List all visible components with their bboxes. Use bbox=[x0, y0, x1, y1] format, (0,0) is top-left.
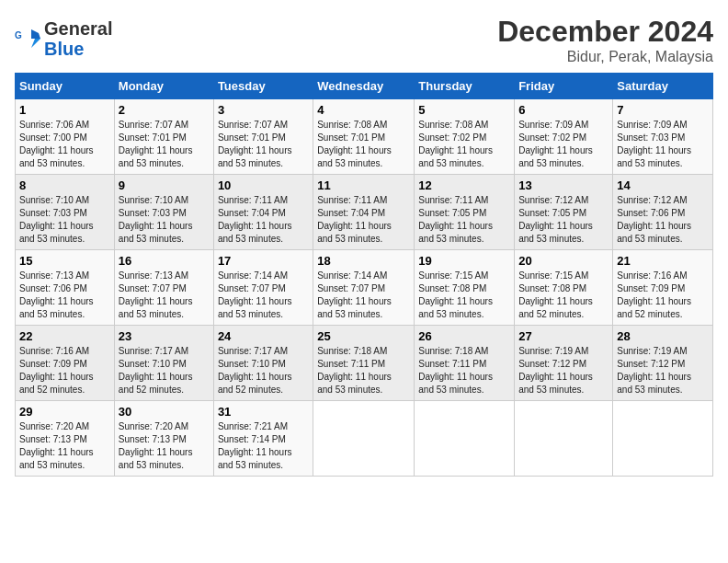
day-number: 23 bbox=[119, 329, 210, 343]
day-number: 1 bbox=[19, 103, 110, 117]
day-number: 13 bbox=[518, 178, 609, 192]
day-info: Sunrise: 7:06 AM Sunset: 7:00 PM Dayligh… bbox=[19, 119, 110, 170]
day-info: Sunrise: 7:15 AM Sunset: 7:08 PM Dayligh… bbox=[518, 270, 609, 321]
calendar-cell bbox=[313, 401, 415, 477]
day-number: 20 bbox=[518, 254, 609, 268]
calendar-cell: 2Sunrise: 7:07 AM Sunset: 7:01 PM Daylig… bbox=[114, 99, 213, 175]
calendar-week-row: 29Sunrise: 7:20 AM Sunset: 7:13 PM Dayli… bbox=[16, 401, 713, 477]
day-header-thursday: Thursday bbox=[415, 74, 515, 99]
day-header-wednesday: Wednesday bbox=[313, 74, 415, 99]
day-number: 15 bbox=[19, 254, 110, 268]
day-info: Sunrise: 7:10 AM Sunset: 7:03 PM Dayligh… bbox=[19, 194, 110, 246]
calendar-cell bbox=[415, 401, 515, 477]
day-info: Sunrise: 7:14 AM Sunset: 7:07 PM Dayligh… bbox=[218, 270, 309, 321]
day-number: 28 bbox=[617, 329, 709, 343]
calendar-cell bbox=[613, 401, 713, 477]
day-header-tuesday: Tuesday bbox=[213, 74, 313, 99]
day-number: 25 bbox=[317, 329, 410, 343]
day-info: Sunrise: 7:07 AM Sunset: 7:01 PM Dayligh… bbox=[218, 119, 309, 170]
day-info: Sunrise: 7:20 AM Sunset: 7:13 PM Dayligh… bbox=[19, 420, 110, 472]
logo-icon: G bbox=[15, 26, 40, 52]
day-info: Sunrise: 7:19 AM Sunset: 7:12 PM Dayligh… bbox=[518, 345, 609, 396]
day-number: 27 bbox=[518, 329, 609, 343]
day-number: 4 bbox=[317, 103, 410, 117]
day-number: 3 bbox=[218, 103, 309, 117]
calendar-cell: 5Sunrise: 7:08 AM Sunset: 7:02 PM Daylig… bbox=[415, 99, 515, 175]
day-header-sunday: Sunday bbox=[16, 74, 115, 99]
calendar-cell: 12Sunrise: 7:11 AM Sunset: 7:05 PM Dayli… bbox=[415, 175, 515, 250]
day-info: Sunrise: 7:18 AM Sunset: 7:11 PM Dayligh… bbox=[418, 345, 510, 396]
calendar-week-row: 22Sunrise: 7:16 AM Sunset: 7:09 PM Dayli… bbox=[16, 326, 713, 401]
calendar-cell: 18Sunrise: 7:14 AM Sunset: 7:07 PM Dayli… bbox=[313, 250, 415, 326]
calendar-cell: 10Sunrise: 7:11 AM Sunset: 7:04 PM Dayli… bbox=[213, 175, 313, 250]
calendar-cell: 31Sunrise: 7:21 AM Sunset: 7:14 PM Dayli… bbox=[213, 401, 313, 477]
title-block: December 2024 Bidur, Perak, Malaysia bbox=[497, 15, 713, 65]
day-header-friday: Friday bbox=[515, 74, 613, 99]
day-info: Sunrise: 7:16 AM Sunset: 7:09 PM Dayligh… bbox=[19, 345, 110, 396]
day-header-saturday: Saturday bbox=[613, 74, 713, 99]
calendar-header-row: SundayMondayTuesdayWednesdayThursdayFrid… bbox=[16, 74, 713, 99]
day-info: Sunrise: 7:10 AM Sunset: 7:03 PM Dayligh… bbox=[119, 194, 210, 246]
calendar-body: 1Sunrise: 7:06 AM Sunset: 7:00 PM Daylig… bbox=[16, 99, 713, 477]
day-number: 11 bbox=[317, 178, 410, 192]
calendar-cell: 17Sunrise: 7:14 AM Sunset: 7:07 PM Dayli… bbox=[213, 250, 313, 326]
calendar-subtitle: Bidur, Perak, Malaysia bbox=[497, 49, 713, 65]
calendar-cell: 8Sunrise: 7:10 AM Sunset: 7:03 PM Daylig… bbox=[16, 175, 115, 250]
calendar-cell: 19Sunrise: 7:15 AM Sunset: 7:08 PM Dayli… bbox=[415, 250, 515, 326]
calendar-cell: 16Sunrise: 7:13 AM Sunset: 7:07 PM Dayli… bbox=[114, 250, 213, 326]
day-number: 30 bbox=[119, 405, 210, 419]
calendar-title: December 2024 bbox=[497, 15, 713, 49]
day-number: 6 bbox=[518, 103, 609, 117]
calendar-week-row: 1Sunrise: 7:06 AM Sunset: 7:00 PM Daylig… bbox=[16, 99, 713, 175]
day-number: 8 bbox=[19, 178, 110, 192]
day-number: 10 bbox=[218, 178, 309, 192]
day-info: Sunrise: 7:20 AM Sunset: 7:13 PM Dayligh… bbox=[119, 420, 210, 472]
calendar-cell: 3Sunrise: 7:07 AM Sunset: 7:01 PM Daylig… bbox=[213, 99, 313, 175]
day-number: 9 bbox=[119, 178, 210, 192]
calendar-cell: 1Sunrise: 7:06 AM Sunset: 7:00 PM Daylig… bbox=[16, 99, 115, 175]
calendar-week-row: 15Sunrise: 7:13 AM Sunset: 7:06 PM Dayli… bbox=[16, 250, 713, 326]
day-number: 16 bbox=[119, 254, 210, 268]
day-info: Sunrise: 7:17 AM Sunset: 7:10 PM Dayligh… bbox=[218, 345, 309, 396]
calendar-cell: 22Sunrise: 7:16 AM Sunset: 7:09 PM Dayli… bbox=[16, 326, 115, 401]
day-info: Sunrise: 7:11 AM Sunset: 7:05 PM Dayligh… bbox=[418, 194, 510, 246]
svg-text:G: G bbox=[15, 30, 22, 40]
day-number: 19 bbox=[418, 254, 510, 268]
day-info: Sunrise: 7:19 AM Sunset: 7:12 PM Dayligh… bbox=[617, 345, 709, 396]
calendar-cell bbox=[515, 401, 613, 477]
calendar-cell: 11Sunrise: 7:11 AM Sunset: 7:04 PM Dayli… bbox=[313, 175, 415, 250]
calendar-cell: 29Sunrise: 7:20 AM Sunset: 7:13 PM Dayli… bbox=[16, 401, 115, 477]
calendar-cell: 14Sunrise: 7:12 AM Sunset: 7:06 PM Dayli… bbox=[613, 175, 713, 250]
day-info: Sunrise: 7:13 AM Sunset: 7:06 PM Dayligh… bbox=[19, 270, 110, 321]
day-info: Sunrise: 7:13 AM Sunset: 7:07 PM Dayligh… bbox=[119, 270, 210, 321]
calendar-cell: 6Sunrise: 7:09 AM Sunset: 7:02 PM Daylig… bbox=[515, 99, 613, 175]
day-info: Sunrise: 7:09 AM Sunset: 7:02 PM Dayligh… bbox=[518, 119, 609, 170]
day-number: 22 bbox=[19, 329, 110, 343]
calendar-cell: 20Sunrise: 7:15 AM Sunset: 7:08 PM Dayli… bbox=[515, 250, 613, 326]
day-info: Sunrise: 7:21 AM Sunset: 7:14 PM Dayligh… bbox=[218, 420, 309, 472]
calendar-cell: 28Sunrise: 7:19 AM Sunset: 7:12 PM Dayli… bbox=[613, 326, 713, 401]
calendar-cell: 4Sunrise: 7:08 AM Sunset: 7:01 PM Daylig… bbox=[313, 99, 415, 175]
day-info: Sunrise: 7:12 AM Sunset: 7:06 PM Dayligh… bbox=[617, 194, 709, 246]
day-info: Sunrise: 7:11 AM Sunset: 7:04 PM Dayligh… bbox=[317, 194, 410, 246]
day-info: Sunrise: 7:14 AM Sunset: 7:07 PM Dayligh… bbox=[317, 270, 410, 321]
day-info: Sunrise: 7:08 AM Sunset: 7:02 PM Dayligh… bbox=[418, 119, 510, 170]
calendar-cell: 24Sunrise: 7:17 AM Sunset: 7:10 PM Dayli… bbox=[213, 326, 313, 401]
day-number: 12 bbox=[418, 178, 510, 192]
calendar-cell: 7Sunrise: 7:09 AM Sunset: 7:03 PM Daylig… bbox=[613, 99, 713, 175]
calendar-week-row: 8Sunrise: 7:10 AM Sunset: 7:03 PM Daylig… bbox=[16, 175, 713, 250]
day-number: 7 bbox=[617, 103, 709, 117]
calendar-cell: 9Sunrise: 7:10 AM Sunset: 7:03 PM Daylig… bbox=[114, 175, 213, 250]
calendar-cell: 26Sunrise: 7:18 AM Sunset: 7:11 PM Dayli… bbox=[415, 326, 515, 401]
calendar-cell: 21Sunrise: 7:16 AM Sunset: 7:09 PM Dayli… bbox=[613, 250, 713, 326]
day-info: Sunrise: 7:09 AM Sunset: 7:03 PM Dayligh… bbox=[617, 119, 709, 170]
logo: G General Blue bbox=[15, 18, 112, 59]
day-number: 24 bbox=[218, 329, 309, 343]
day-info: Sunrise: 7:17 AM Sunset: 7:10 PM Dayligh… bbox=[119, 345, 210, 396]
calendar-cell: 23Sunrise: 7:17 AM Sunset: 7:10 PM Dayli… bbox=[114, 326, 213, 401]
day-number: 26 bbox=[418, 329, 510, 343]
day-info: Sunrise: 7:08 AM Sunset: 7:01 PM Dayligh… bbox=[317, 119, 410, 170]
day-info: Sunrise: 7:18 AM Sunset: 7:11 PM Dayligh… bbox=[317, 345, 410, 396]
day-number: 21 bbox=[617, 254, 709, 268]
day-number: 14 bbox=[617, 178, 709, 192]
